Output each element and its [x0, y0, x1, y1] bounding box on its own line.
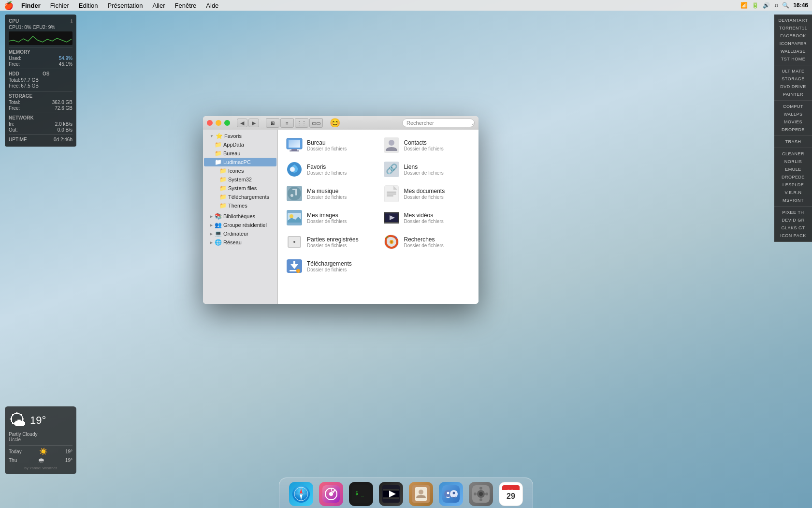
svg-point-63	[447, 492, 450, 494]
right-item-deviantart[interactable]: DEVIANTART	[774, 16, 812, 24]
apple-menu[interactable]: 🍎	[4, 1, 14, 10]
right-item-devid[interactable]: DEVID GR	[774, 216, 812, 224]
right-item-wallps[interactable]: WALLPS	[774, 110, 812, 118]
right-item-trash[interactable]: TRASH	[774, 138, 812, 146]
right-item-wallbase[interactable]: WALLBASE	[774, 47, 812, 55]
dock-item-contacts[interactable]	[407, 480, 435, 508]
spotlight-icon[interactable]: 🔍	[782, 2, 789, 9]
right-item-glaks[interactable]: GLAKS GT	[774, 224, 812, 232]
window-options-btn[interactable]: ⌄	[471, 118, 475, 127]
file-item-mesdocuments[interactable]: Mes documents Dossier de fichiers	[379, 182, 475, 205]
right-item-cleaner[interactable]: CLEANER	[774, 150, 812, 158]
weather-today-row: Today ☀️ 19°	[9, 448, 72, 455]
sidebar-item-systemfiles[interactable]: 📁 System files	[204, 184, 276, 193]
file-item-parties[interactable]: Parties enregistrées Dossier de fichiers	[282, 230, 378, 254]
sidebar-item-ludimac[interactable]: 📁 LudimacPC	[204, 158, 276, 166]
sidebar-item-favoris[interactable]: ▼ ⭐ Favoris	[204, 132, 276, 140]
sidebar-item-bibliotheques[interactable]: ▶ 📚 Bibliothèques	[204, 212, 276, 221]
right-item-torrent[interactable]: TORRENT11	[774, 24, 812, 32]
dock-item-sysprefs[interactable]	[467, 480, 495, 508]
right-item-vern[interactable]: V.E.R.N	[774, 189, 812, 196]
sidebar-item-appdata[interactable]: 📁 AppData	[204, 140, 276, 149]
svg-rect-18	[387, 194, 396, 194]
forward-button[interactable]: ▶	[248, 119, 259, 127]
svg-text:$ _: $ _	[355, 491, 364, 496]
dock-item-finder[interactable]	[437, 480, 465, 508]
file-item-mamusique[interactable]: Ma musique Dossier de fichiers	[282, 182, 378, 205]
sidebar-item-ordinateur[interactable]: ▶ 💻 Ordinateur	[204, 229, 276, 238]
telechargements-type: Dossier de fichiers	[307, 267, 374, 272]
close-button[interactable]	[207, 120, 213, 126]
right-item-facebook[interactable]: FACEBOOK	[774, 32, 812, 40]
sidebar-system32-label: System32	[228, 177, 252, 182]
menubar-window[interactable]: Fenêtre	[171, 0, 201, 11]
file-item-telechargements[interactable]: ↓ Téléchargements Dossier de fichiers	[282, 254, 378, 278]
right-item-dvddrive[interactable]: DVD DRIVE	[774, 83, 812, 90]
music-icon[interactable]: ♫	[774, 2, 778, 9]
right-item-movies[interactable]: MOVIES	[774, 118, 812, 126]
right-item-dropede2[interactable]: DROPEDE	[774, 173, 812, 181]
wifi-icon[interactable]: 📶	[740, 2, 748, 9]
search-input[interactable]	[402, 119, 475, 127]
volume-icon[interactable]: 🔊	[763, 2, 770, 9]
list-view-button[interactable]: ≡	[280, 118, 294, 128]
menubar-help[interactable]: Aide	[202, 0, 222, 11]
file-item-mesimages[interactable]: Mes images Dossier de fichiers	[282, 206, 378, 229]
right-item-iesplde[interactable]: I ESPLDE	[774, 181, 812, 189]
mesvideos-icon	[383, 209, 400, 226]
menubar-view[interactable]: Présentation	[104, 0, 147, 11]
thu-icon: 🌧	[38, 456, 44, 464]
minimize-button[interactable]	[216, 120, 221, 126]
sidebar-item-groupe[interactable]: ▶ 👥 Groupe résidentiel	[204, 221, 276, 229]
menubar-edit[interactable]: Edition	[75, 0, 102, 11]
column-view-button[interactable]: ⋮⋮	[295, 118, 308, 128]
menubar-app[interactable]: Finder	[17, 0, 44, 11]
sidebar-item-reseau[interactable]: ▶ 🌐 Réseau	[204, 238, 276, 247]
sidebar-systemfiles-label: System files	[228, 185, 257, 191]
right-item-ultimate[interactable]: ULTIMATE	[774, 67, 812, 75]
right-item-comput[interactable]: COMPUT	[774, 103, 812, 110]
sidebar-item-bureau[interactable]: 📁 Bureau	[204, 149, 276, 158]
right-item-iconpafer[interactable]: ICONPAFER	[774, 40, 812, 47]
file-item-contacts[interactable]: Contacts Dossier de fichiers	[379, 134, 475, 157]
svg-point-22	[290, 214, 293, 218]
file-item-bureau[interactable]: Bureau Dossier de fichiers	[282, 134, 378, 157]
widget-info-btn[interactable]: ℹ	[71, 18, 72, 24]
right-panel: DEVIANTART TORRENT11 FACEBOOK ICONPAFER …	[774, 15, 812, 242]
favoris-file-name: Favoris	[307, 164, 374, 170]
dock-item-itunes[interactable]	[317, 480, 345, 508]
recherches-type: Dossier de fichiers	[404, 243, 471, 248]
sidebar-item-icones[interactable]: 📁 Icones	[204, 166, 276, 175]
right-item-dropede[interactable]: DROPEDE	[774, 126, 812, 134]
file-item-liens[interactable]: 🔗 Liens Dossier de fichiers	[379, 158, 475, 181]
file-item-mesvideos[interactable]: Mes vidéos Dossier de fichiers	[379, 206, 475, 229]
coverflow-view-button[interactable]: ▭▭	[309, 118, 323, 128]
right-item-painter[interactable]: PAINTER	[774, 90, 812, 98]
sidebar-item-system32[interactable]: 📁 System32	[204, 175, 276, 184]
svg-text:29: 29	[507, 492, 515, 500]
back-button[interactable]: ◀	[237, 119, 247, 127]
right-item-msprint[interactable]: MSPRINT	[774, 196, 812, 204]
weather-temp: 19°	[30, 414, 46, 427]
finder-titlebar: ◀ ▶ ⊞ ≡ ⋮⋮ ▭▭ 😊 ⌄	[203, 116, 478, 130]
right-item-storage[interactable]: STORAGE	[774, 75, 812, 83]
right-item-iconpack[interactable]: ICON PACK	[774, 232, 812, 239]
maximize-button[interactable]	[224, 120, 230, 126]
sidebar-bureau-label: Bureau	[223, 150, 240, 156]
right-item-tsthome[interactable]: TST HOME	[774, 55, 812, 63]
sidebar-item-telechargements[interactable]: 📁 Téléchargements	[204, 193, 276, 201]
dock-item-imovie[interactable]	[377, 480, 405, 508]
file-item-recherches[interactable]: Recherches Dossier de fichiers	[379, 230, 475, 254]
right-item-pixee[interactable]: PIXEE TH	[774, 209, 812, 216]
menubar-file[interactable]: Fichier	[46, 0, 73, 11]
right-item-emule[interactable]: EMULE	[774, 165, 812, 173]
dock-item-calendar[interactable]: 29 SUN	[497, 480, 525, 508]
dock-item-safari[interactable]	[287, 480, 315, 508]
right-item-norlis[interactable]: NORLIS	[774, 158, 812, 165]
mamusique-type: Dossier de fichiers	[307, 194, 374, 200]
file-item-favoris[interactable]: Favoris Dossier de fichiers	[282, 158, 378, 181]
icon-view-button[interactable]: ⊞	[266, 118, 279, 128]
dock-item-terminal[interactable]: $ _	[347, 480, 375, 508]
menubar-go[interactable]: Aller	[149, 0, 169, 11]
sidebar-item-themes[interactable]: 📁 Themes	[204, 201, 276, 210]
